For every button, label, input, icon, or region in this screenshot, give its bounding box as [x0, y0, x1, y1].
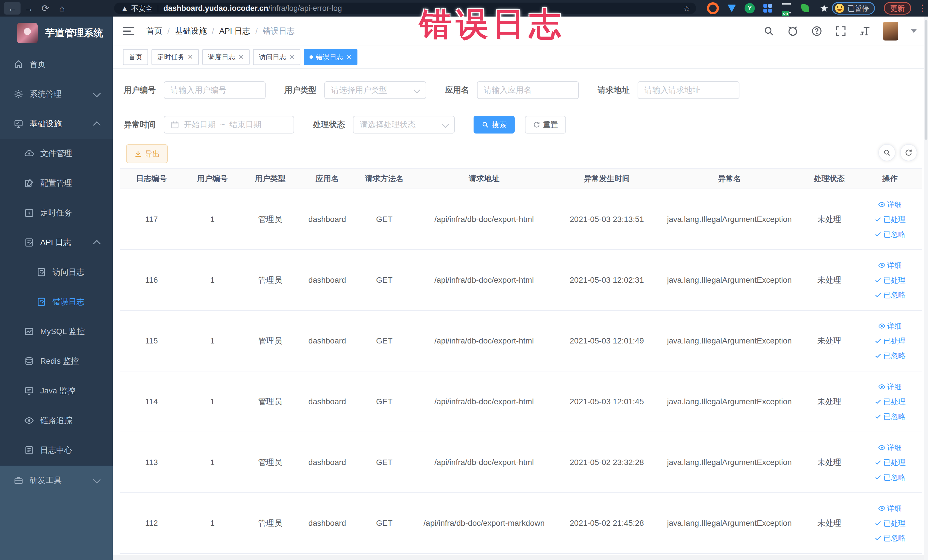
breadcrumb-item[interactable]: API 日志 — [219, 26, 250, 37]
action-label: 详细 — [887, 379, 902, 394]
sidebar-item-system-management[interactable]: 系统管理 — [0, 79, 113, 109]
action-已忽略-link[interactable]: 已忽略 — [858, 288, 922, 302]
extension-icon[interactable] — [818, 2, 830, 14]
action-详细-link[interactable]: 详细 — [858, 319, 922, 334]
close-icon[interactable]: ✕ — [188, 53, 193, 61]
sidebar-item-dev-tools[interactable]: 研发工具 — [0, 465, 113, 495]
chevron-down-icon — [414, 87, 420, 93]
cell-userId: 1 — [183, 189, 242, 250]
action-label: 已忽略 — [884, 288, 906, 302]
fullscreen-icon[interactable] — [835, 25, 846, 37]
extension-icon[interactable] — [799, 2, 811, 14]
cloud-icon — [24, 149, 34, 158]
action-已忽略-link[interactable]: 已忽略 — [858, 531, 922, 545]
user-type-select[interactable]: 请选择用户类型 — [324, 81, 426, 99]
extension-icon[interactable] — [762, 2, 774, 14]
scrollbar-thumb[interactable] — [925, 20, 927, 140]
breadcrumb-item[interactable]: 基础设施 — [175, 26, 207, 37]
refresh-table-button[interactable] — [900, 144, 917, 161]
action-已忽略-link[interactable]: 已忽略 — [858, 409, 922, 424]
browser-back-icon[interactable]: ← — [4, 2, 21, 15]
column-header-id: 日志编号 — [120, 168, 183, 189]
action-详细-link[interactable]: 详细 — [858, 379, 922, 394]
browser-update-button[interactable]: 更新 — [884, 2, 911, 15]
sidebar-item-label: 系统管理 — [30, 89, 62, 99]
tab-home[interactable]: 首页 — [123, 49, 148, 65]
extension-icon[interactable]: Y — [745, 3, 755, 14]
extension-icon[interactable] — [707, 2, 719, 14]
address-bar[interactable]: ▲ 不安全 dashboard.yudao.iocoder.cn /infra/… — [114, 3, 696, 14]
action-已处理-link[interactable]: 已处理 — [858, 273, 922, 288]
tab-scheduled-tasks[interactable]: 定时任务✕ — [151, 49, 199, 65]
status-select[interactable]: 请选择处理状态 — [353, 116, 455, 134]
extension-icon[interactable]: on — [780, 2, 792, 14]
sidebar-item-access-log[interactable]: 访问日志 — [0, 257, 113, 287]
column-header-status: 处理状态 — [801, 168, 858, 189]
action-已处理-link[interactable]: 已处理 — [858, 455, 922, 470]
action-已处理-link[interactable]: 已处理 — [858, 334, 922, 348]
extension-icon[interactable] — [726, 2, 738, 14]
sidebar-item-config-management[interactable]: 配置管理 — [0, 168, 113, 198]
monitor-icon — [14, 119, 23, 129]
sidebar-item-home[interactable]: 首页 — [0, 50, 113, 79]
chevron-down-icon[interactable] — [911, 29, 917, 33]
profile-paused-badge[interactable]: 已暂停 — [832, 2, 875, 15]
sidebar-logo[interactable]: 芋道管理系统 — [0, 17, 113, 50]
action-已忽略-link[interactable]: 已忽略 — [858, 227, 922, 242]
action-详细-link[interactable]: 详细 — [858, 440, 922, 455]
bookmark-star-icon[interactable]: ☆ — [683, 4, 690, 14]
date-range-picker[interactable]: 开始日期 ~ 结束日期 — [164, 116, 294, 134]
sidebar-item-log-center[interactable]: 日志中心 — [0, 435, 113, 465]
tab-schedule-log[interactable]: 调度日志✕ — [202, 49, 250, 65]
sidebar-item-file-management[interactable]: 文件管理 — [0, 139, 113, 168]
browser-reload-icon[interactable]: ⟳ — [37, 2, 53, 15]
sidebar-item-api-log[interactable]: API 日志 — [0, 227, 113, 257]
filter-app-name: 应用名 — [445, 81, 579, 99]
sidebar-item-scheduled-tasks[interactable]: 定时任务 — [0, 198, 113, 227]
close-icon[interactable]: ✕ — [238, 53, 244, 61]
close-icon[interactable]: ✕ — [289, 53, 295, 61]
github-icon[interactable] — [787, 25, 798, 37]
action-详细-link[interactable]: 详细 — [858, 197, 922, 212]
font-size-icon[interactable] — [859, 25, 870, 37]
reset-button[interactable]: 重置 — [525, 116, 566, 134]
sidebar-toggle-icon[interactable] — [123, 27, 134, 35]
app-name-input[interactable] — [477, 81, 579, 99]
user-id-input[interactable] — [164, 81, 266, 99]
action-已处理-link[interactable]: 已处理 — [858, 394, 922, 409]
search-button[interactable]: 搜索 — [473, 116, 514, 134]
breadcrumb-item[interactable]: 首页 — [147, 26, 162, 37]
cell-actions: 详细已处理已忽略 — [858, 250, 922, 310]
sidebar-item-redis-monitor[interactable]: Redis 监控 — [0, 346, 113, 376]
tab-access-log[interactable]: 访问日志✕ — [253, 49, 301, 65]
edit-icon — [24, 178, 34, 188]
sidebar-item-trace[interactable]: 链路追踪 — [0, 406, 113, 435]
action-已忽略-link[interactable]: 已忽略 — [858, 348, 922, 363]
action-详细-link[interactable]: 详细 — [858, 258, 922, 273]
sidebar-item-error-log[interactable]: 错误日志 — [0, 287, 113, 317]
browser-forward-icon[interactable]: → — [21, 2, 37, 15]
sidebar-item-mysql-monitor[interactable]: MySQL 监控 — [0, 317, 113, 346]
browser-home-icon[interactable]: ⌂ — [53, 2, 70, 15]
sidebar-item-java-monitor[interactable]: Java 监控 — [0, 376, 113, 406]
request-url-input[interactable] — [638, 81, 739, 99]
browser-menu-icon[interactable]: ⋮ — [918, 3, 926, 13]
close-icon[interactable]: ✕ — [346, 53, 352, 61]
export-button[interactable]: 导出 — [126, 144, 168, 163]
cell-actions: 详细已处理已忽略 — [858, 310, 922, 371]
sidebar-item-infrastructure[interactable]: 基础设施 — [0, 109, 113, 139]
action-已处理-link[interactable]: 已处理 — [858, 516, 922, 531]
calendar-icon — [171, 121, 179, 129]
tags-view: 首页定时任务✕调度日志✕访问日志✕错误日志✕ — [113, 46, 928, 69]
filter-row-2: 异常时间 开始日期 ~ 结束日期 处理状态 请选择处理状态 — [124, 116, 585, 134]
window-scrollbar[interactable] — [924, 17, 928, 560]
cell-time: 2021-05-03 12:01:49 — [556, 310, 658, 371]
action-已处理-link[interactable]: 已处理 — [858, 212, 922, 227]
action-已忽略-link[interactable]: 已忽略 — [858, 470, 922, 485]
action-详细-link[interactable]: 详细 — [858, 501, 922, 516]
search-icon[interactable] — [763, 25, 774, 37]
toggle-search-button[interactable] — [878, 144, 896, 161]
tab-error-log[interactable]: 错误日志✕ — [304, 49, 357, 65]
user-avatar[interactable] — [883, 22, 898, 41]
help-icon[interactable] — [811, 25, 823, 37]
